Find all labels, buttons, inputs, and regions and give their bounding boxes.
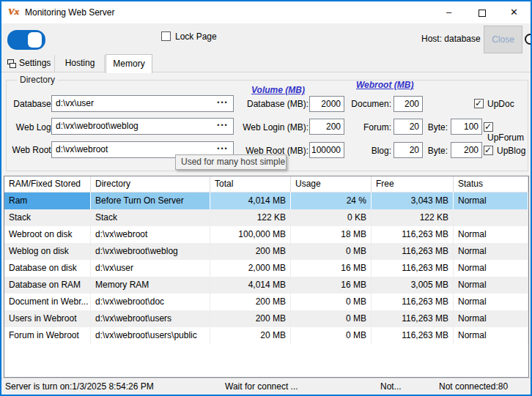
blog-label: Blog:: [345, 146, 391, 156]
weblog-dir-input[interactable]: d:\vx\webroot\weblog •••: [51, 118, 234, 135]
app-window: Vx Monitoring Web Server – ✕ Lock Page H…: [0, 0, 532, 396]
column-header[interactable]: Status: [454, 176, 528, 192]
table-cell: Normal: [454, 294, 528, 310]
forum-byte-label: Byte:: [426, 122, 448, 132]
upforum-checkbox[interactable]: UpForum: [484, 122, 528, 143]
column-header[interactable]: Usage: [291, 176, 372, 192]
table-row[interactable]: Forum in Webrootd:\vx\webroot\users\publ…: [4, 327, 528, 344]
table-cell: d:\vx\webroot: [91, 226, 210, 243]
blog-input[interactable]: 20: [394, 142, 423, 158]
table-cell: 20 MB: [210, 327, 291, 344]
forum-byte-input[interactable]: 100: [451, 119, 482, 135]
column-header[interactable]: RAM/Fixed Stored: [4, 176, 91, 192]
tab-settings[interactable]: Settings: [3, 55, 55, 72]
table-cell: 3,043 MB: [372, 193, 454, 209]
column-header[interactable]: Free: [372, 176, 454, 192]
webroot-dir-value: d:\vx\webroot: [56, 144, 108, 154]
power-toggle-knob: [28, 32, 42, 48]
table-cell: Weblog on disk: [4, 243, 91, 260]
close-window-button[interactable]: ✕: [498, 1, 531, 23]
webroot-dir-label: Web Root:: [10, 145, 53, 155]
table-cell: 116,263 MB: [372, 310, 454, 327]
updoc-checkbox[interactable]: UpDoc: [474, 99, 514, 109]
table-cell: 116,263 MB: [372, 243, 454, 260]
table-row[interactable]: Users in Webrootd:\vx\webroot\users200 M…: [4, 310, 528, 327]
volume-section-header: Volume (MB): [251, 85, 305, 95]
table-cell: 122 KB: [210, 209, 291, 226]
power-toggle[interactable]: [7, 30, 45, 50]
database-browse-button[interactable]: •••: [215, 96, 230, 111]
forum-input[interactable]: 20: [394, 119, 423, 135]
maximize-icon: [479, 10, 486, 17]
weblog-browse-button[interactable]: •••: [215, 119, 230, 134]
table-cell: d:\vx\webroot\doc: [91, 294, 210, 310]
tooltip: Used for many host simple: [175, 154, 287, 170]
table-row[interactable]: Document in Webr...d:\vx\webroot\doc200 …: [4, 294, 528, 310]
table-body: RamBefore Turn On Server4,014 MB24 %3,04…: [4, 193, 528, 344]
upblog-checkbox[interactable]: UpBlog: [484, 146, 525, 156]
table-cell: 4,014 MB: [210, 277, 291, 294]
column-header[interactable]: Total: [210, 176, 291, 192]
table-cell: 100,000 MB: [210, 226, 291, 243]
table-cell: Memory RAM: [91, 277, 210, 294]
table-cell: 122 KB: [372, 209, 454, 226]
table-cell: d:\vx\webroot\users\public: [91, 327, 210, 344]
maximize-button[interactable]: [465, 1, 498, 23]
table-cell: 16 MB: [291, 277, 372, 294]
close-server-button[interactable]: Close: [484, 26, 522, 53]
tab-settings-label: Settings: [19, 58, 51, 68]
documen-input[interactable]: 200: [394, 96, 423, 112]
upforum-label: UpForum: [487, 132, 524, 143]
volume-webroot-input[interactable]: 100000: [309, 142, 344, 158]
table-cell: Document in Webr...: [4, 294, 91, 310]
tab-hosting[interactable]: Hosting: [56, 55, 105, 72]
table-cell: d:\vx\user: [91, 260, 210, 277]
upblog-label: UpBlog: [497, 146, 525, 156]
column-header[interactable]: Directory: [91, 176, 210, 192]
connection-status-text: Not connected:80: [439, 381, 508, 392]
database-dir-input[interactable]: d:\vx\user •••: [51, 95, 234, 112]
table-cell: 116,263 MB: [372, 226, 454, 243]
forum-label: Forum:: [345, 122, 391, 132]
memory-table: RAM/Fixed StoredDirectoryTotalUsageFreeS…: [4, 176, 529, 378]
table-row[interactable]: StackStack122 KB0 KB122 KB: [4, 209, 528, 226]
tab-strip: Settings Hosting Memory: [1, 54, 531, 72]
table-row[interactable]: Database on RAMMemory RAM4,014 MB16 MB3,…: [4, 277, 528, 294]
table-row[interactable]: RamBefore Turn On Server4,014 MB24 %3,04…: [4, 193, 528, 209]
cascade-windows-icon: [7, 59, 17, 69]
header-strip: Lock Page Host: database Close: [1, 23, 531, 54]
table-row[interactable]: Weblog on diskd:\vx\webroot\weblog200 MB…: [4, 243, 528, 260]
table-row[interactable]: Webroot on diskd:\vx\webroot100,000 MB18…: [4, 226, 528, 243]
table-cell: 24 %: [291, 193, 372, 209]
lock-page-label: Lock Page: [175, 31, 217, 42]
blog-byte-input[interactable]: 200: [451, 142, 482, 158]
weblog-dir-value: d:\vx\webroot\weblog: [56, 121, 138, 131]
updoc-label: UpDoc: [487, 99, 514, 109]
directory-group-title: Directory: [17, 75, 58, 85]
webroot-section-header: Webroot (MB): [356, 80, 413, 90]
table-cell: Before Turn On Server: [91, 193, 210, 209]
edge-circle-icon: [525, 34, 532, 45]
volume-database-input[interactable]: 2000: [309, 96, 344, 112]
upblog-checkbox-box: [484, 146, 493, 155]
table-cell: Normal: [454, 243, 528, 260]
table-cell: Users in Webroot: [4, 310, 91, 327]
tab-memory[interactable]: Memory: [106, 54, 152, 73]
not-status-text: Not...: [380, 381, 402, 392]
table-cell: 200 MB: [210, 310, 291, 327]
table-cell: Forum in Webroot: [4, 327, 91, 344]
table-cell: 0 MB: [291, 294, 372, 310]
volume-database-label: Database (MB):: [240, 99, 309, 109]
host-label: Host: database: [421, 34, 481, 44]
table-header-row: RAM/Fixed StoredDirectoryTotalUsageFreeS…: [4, 176, 528, 193]
lock-page-checkbox[interactable]: Lock Page: [161, 31, 217, 42]
minimize-button[interactable]: –: [432, 1, 465, 23]
table-row[interactable]: Database on diskd:\vx\user2,000 MB16 MB1…: [4, 260, 528, 277]
status-bar: Server is turn on:1/3/2025 8:54:26 PM Wa…: [1, 378, 531, 395]
table-cell: Database on RAM: [4, 277, 91, 294]
table-cell: 200 MB: [210, 243, 291, 260]
title-bar: Vx Monitoring Web Server – ✕: [1, 1, 531, 23]
volume-weblogin-input[interactable]: 200: [309, 119, 344, 135]
table-cell: 0 KB: [291, 209, 372, 226]
tab-memory-label: Memory: [113, 59, 144, 69]
